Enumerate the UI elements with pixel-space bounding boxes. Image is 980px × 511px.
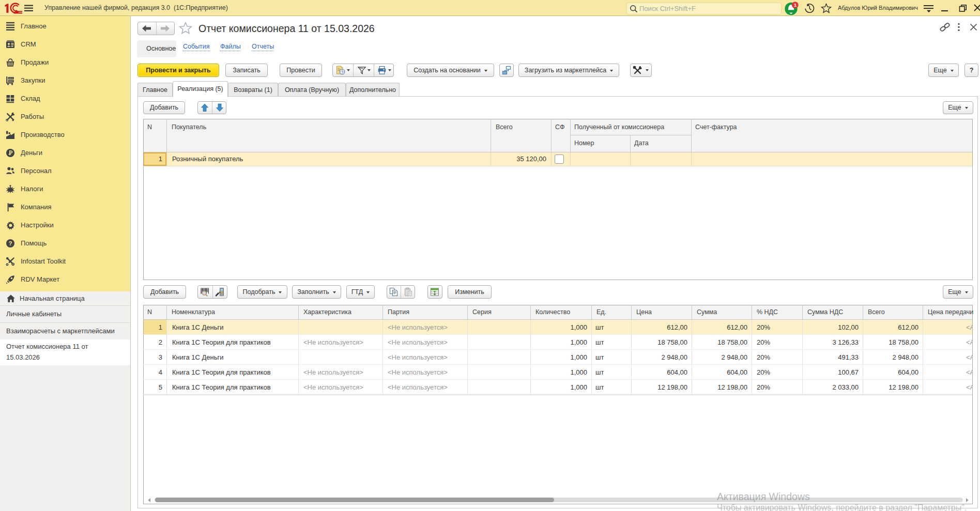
svg-text:1: 1 (794, 2, 797, 8)
svg-text:?: ? (8, 240, 12, 246)
